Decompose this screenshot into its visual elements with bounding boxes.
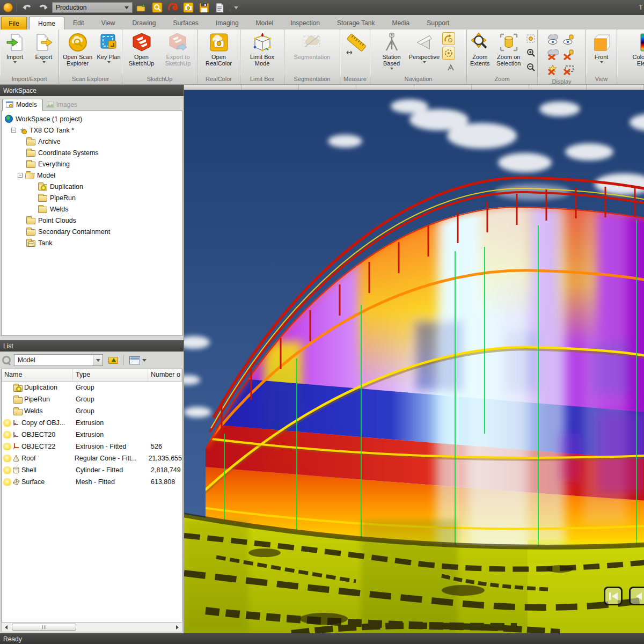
scan-explorer-icon[interactable] (151, 2, 164, 13)
table-row[interactable]: OBJECT20 Extrusion (2, 429, 182, 441)
playback-previous-button[interactable] (629, 587, 644, 605)
realworks-icon[interactable] (166, 2, 179, 13)
front-view-button[interactable]: Front (588, 31, 615, 63)
tree-item-point-clouds[interactable]: Point Clouds (2, 215, 182, 226)
visibility-bulb-icon[interactable] (4, 443, 11, 450)
playback-first-button[interactable] (604, 587, 623, 605)
tab-home[interactable]: Home (29, 17, 64, 30)
export-button[interactable]: Export (30, 31, 58, 63)
list-view-options-button[interactable] (127, 354, 149, 366)
table-row[interactable]: OBJECT22 Extrusion - Fitted 526 (2, 441, 182, 452)
color-coded-elevation-button[interactable]: Color Coded Elevation (624, 31, 644, 70)
scroll-right-arrow[interactable] (173, 623, 182, 632)
undo-icon[interactable] (21, 2, 34, 13)
toolbar-options-chevron-icon[interactable] (234, 6, 238, 9)
collapse-expander[interactable]: − (18, 173, 23, 178)
tab-storage-tank[interactable]: Storage Tank (328, 17, 384, 30)
tree-item-duplication[interactable]: Duplication (2, 181, 182, 192)
zoom-on-selection-button[interactable]: Zoom on Selection (494, 31, 523, 67)
chevron-down-icon (142, 359, 147, 362)
layout-icon (129, 356, 140, 364)
app-logo-icon[interactable] (3, 3, 13, 12)
station-based-button[interactable]: Station Based (377, 31, 407, 70)
tree-item-secondary-containment[interactable]: Secondary Containment (2, 226, 182, 237)
open-folder-icon[interactable] (135, 2, 148, 13)
scrollbar-thumb[interactable] (12, 624, 76, 631)
table-row[interactable]: Roof Regular Cone - Fitt... 21,335,655 (2, 452, 182, 464)
tab-edit[interactable]: Edit (64, 17, 93, 30)
table-row[interactable]: PipeRun Group (2, 393, 182, 405)
show-objects-button[interactable] (562, 33, 575, 46)
measure-button[interactable] (342, 31, 368, 60)
visibility-bulb-icon[interactable] (4, 479, 11, 486)
walkthrough-mode-toggle[interactable] (442, 47, 455, 60)
zoom-in-button[interactable] (524, 47, 537, 60)
tab-surfaces[interactable]: Surfaces (165, 17, 207, 30)
table-row[interactable]: Duplication Group (2, 382, 182, 393)
tree-item-model[interactable]: − Model (2, 170, 182, 181)
open-realcolor-button[interactable]: Open RealColor (200, 31, 238, 67)
3d-viewport[interactable] (184, 85, 644, 633)
show-clouds-button[interactable] (546, 33, 559, 46)
tab-models[interactable]: Models (2, 99, 43, 111)
tree-item-everything[interactable]: Everything (2, 158, 182, 170)
table-row[interactable]: Surface Mesh - Fitted 613,808 (2, 476, 182, 488)
column-header-number[interactable]: Number o (148, 369, 182, 381)
segmentation-button[interactable]: Segmentation (287, 31, 338, 60)
tree-item-workspace[interactable]: WorkSpace (1 project) (2, 113, 182, 125)
tab-images[interactable]: Images (43, 99, 83, 111)
hide-clouds-button[interactable] (546, 48, 559, 61)
list-filter-combobox[interactable]: Model (14, 354, 103, 366)
visibility-bulb-icon[interactable] (4, 467, 11, 474)
redo-icon[interactable] (36, 2, 49, 13)
visibility-bulb-icon[interactable] (4, 431, 11, 438)
zoom-out-button[interactable] (524, 61, 537, 74)
tab-media[interactable]: Media (383, 17, 418, 30)
tree-item-tank[interactable]: Tank (2, 237, 182, 248)
collapse-expander[interactable]: − (11, 128, 16, 133)
import-button[interactable]: Import (1, 31, 29, 63)
tree-item-welds[interactable]: Welds (2, 203, 182, 215)
navigation-options-button[interactable] (442, 61, 460, 74)
open-sketchup-button[interactable]: Open SketchUp (124, 31, 159, 67)
zoom-window-button[interactable] (524, 32, 537, 45)
realcolor-camera-icon[interactable] (182, 2, 195, 13)
scroll-left-arrow[interactable] (2, 623, 11, 632)
tree-item-coordinate-systems[interactable]: Coordinate Systems (2, 147, 182, 158)
hide-all-except-button[interactable] (546, 63, 559, 76)
tab-model[interactable]: Model (247, 17, 282, 30)
table-row[interactable]: Welds Group (2, 405, 182, 417)
visibility-bulb-icon[interactable] (4, 420, 11, 427)
tab-inspection[interactable]: Inspection (282, 17, 328, 30)
table-row[interactable]: Shell Cylinder - Fitted 2,818,749 (2, 464, 182, 476)
export-to-sketchup-button[interactable]: Export to SketchUp (160, 31, 196, 67)
tab-file[interactable]: File (1, 17, 27, 30)
go-up-level-button[interactable] (106, 354, 120, 366)
hide-objects-button[interactable] (562, 48, 575, 61)
perspective-button[interactable]: Perspective (408, 31, 441, 63)
images-tab-icon (46, 101, 54, 108)
tab-drawing[interactable]: Drawing (124, 17, 165, 30)
examine-mode-toggle[interactable] (442, 32, 455, 45)
sketchup-export-icon (168, 32, 188, 53)
limit-box-mode-button[interactable]: Limit Box Mode (243, 31, 282, 67)
zoom-extents-button[interactable]: Zoom Extents (467, 31, 493, 67)
column-header-type[interactable]: Type (73, 369, 148, 381)
tab-support[interactable]: Support (418, 17, 458, 30)
group-label: Import/Export (0, 75, 58, 84)
list-horizontal-scrollbar[interactable] (1, 622, 182, 632)
tree-item-archive[interactable]: Archive (2, 136, 182, 147)
hide-selection-button[interactable] (562, 63, 575, 76)
table-row[interactable]: Copy of OBJ... Extrusion (2, 417, 182, 429)
column-header-name[interactable]: Name (2, 369, 73, 381)
key-plan-button[interactable]: Key Plan (97, 31, 121, 63)
open-scan-explorer-button[interactable]: Open Scan Explorer (60, 31, 96, 67)
visibility-bulb-icon[interactable] (4, 455, 11, 462)
tree-item-piperun[interactable]: PipeRun (2, 192, 182, 203)
save-icon[interactable] (197, 2, 210, 13)
tree-item-tx8-co-tank[interactable]: − TX8 CO Tank * (2, 125, 182, 136)
tab-view[interactable]: View (93, 17, 124, 30)
tab-imaging[interactable]: Imaging (207, 17, 247, 30)
production-combobox[interactable]: Production (52, 2, 133, 13)
report-icon[interactable] (213, 2, 226, 13)
